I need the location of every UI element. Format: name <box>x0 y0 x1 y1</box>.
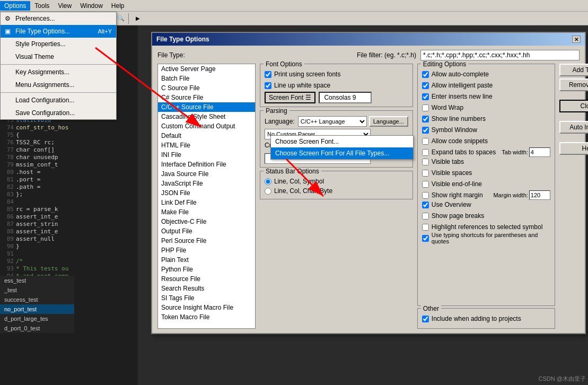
line-col-char-label: Line, Col, Char, Byte <box>274 187 332 195</box>
file-type-list-item[interactable]: PHP File <box>158 246 255 255</box>
menu-options[interactable]: Options <box>0 1 30 11</box>
visible-spaces-checkbox[interactable] <box>422 170 429 177</box>
include-when-adding-label: Include when adding to projects <box>432 315 521 322</box>
visible-end-of-line-label: Visible end-of-line <box>432 180 482 188</box>
menu-item-load-configuration[interactable]: Load Configuration... <box>1 94 116 107</box>
menu-item-menu-assignments[interactable]: Menu Assignments... <box>1 78 116 91</box>
tab-width-input[interactable] <box>529 147 550 157</box>
toolbar-search[interactable]: 🔍 <box>115 13 127 24</box>
editing-options-group: Editing Options Allow auto-complete Allo… <box>417 64 555 306</box>
file-type-list-item[interactable]: Plain Text <box>158 255 255 265</box>
include-when-adding-checkbox[interactable] <box>422 316 429 322</box>
show-right-margin-checkbox[interactable] <box>422 192 429 199</box>
allow-intelligent-paste-checkbox[interactable] <box>422 82 429 89</box>
menu-item-preferences[interactable]: ⚙ Preferences... <box>1 12 116 25</box>
file-type-list-item[interactable]: Perl Source File <box>158 236 255 246</box>
file-item[interactable]: d_port_0_test <box>0 323 74 333</box>
file-type-list-item[interactable]: Java Source File <box>158 169 255 179</box>
language-select[interactable]: C/C++ Language <box>298 116 367 127</box>
file-type-list-item[interactable]: C# Source File <box>158 93 255 102</box>
file-type-list-item[interactable]: Objective-C File <box>158 217 255 226</box>
show-line-numbers-checkbox[interactable] <box>422 116 429 122</box>
margin-width-input[interactable] <box>529 190 550 200</box>
choose-screen-font-item[interactable]: Choose Screen Font... <box>271 136 413 147</box>
menu-separator-1 <box>1 64 116 65</box>
use-overview-checkbox[interactable] <box>422 202 429 208</box>
choose-screen-font-all-item[interactable]: Choose Screen Font For All File Types... <box>271 147 413 159</box>
line-col-char-radio[interactable] <box>265 188 271 195</box>
enter-inserts-newline-checkbox[interactable] <box>422 93 429 100</box>
visible-spaces-label: Visible spaces <box>432 169 472 177</box>
menu-item-key-assignments[interactable]: Key Assignments... <box>1 66 116 78</box>
allow-autocomplete-checkbox[interactable] <box>422 71 429 78</box>
menu-tools[interactable]: Tools <box>30 1 54 11</box>
close-button[interactable]: Close <box>559 100 588 112</box>
lineup-whitespace-checkbox[interactable] <box>265 82 271 89</box>
file-type-list-item[interactable]: Cascading Style Sheet <box>158 112 255 121</box>
print-fonts-checkbox[interactable] <box>265 71 271 78</box>
file-type-list-item[interactable]: INI File <box>158 150 255 160</box>
highlight-refs-checkbox[interactable] <box>422 224 429 231</box>
remove-type-button[interactable]: Remove Type <box>559 78 588 91</box>
font-options-group: Font Options Print using screen fonts Li… <box>260 64 413 107</box>
file-type-list-item[interactable]: Make File <box>158 207 255 217</box>
allow-intelligent-paste-label: Allow intelligent paste <box>432 82 493 89</box>
file-type-list-item[interactable]: Token Macro File <box>158 312 255 322</box>
file-type-list-item[interactable]: Link Def File <box>158 198 255 207</box>
file-type-list-item[interactable]: JSON File <box>158 188 255 198</box>
file-type-list-item[interactable]: Custom Command Output <box>158 121 255 131</box>
symbol-window-checkbox[interactable] <box>422 127 429 134</box>
word-wrap-checkbox[interactable] <box>422 104 429 111</box>
file-type-list-item[interactable]: Python File <box>158 265 255 274</box>
expand-tabs-checkbox[interactable] <box>422 149 429 156</box>
file-filter-input[interactable] <box>420 50 580 60</box>
file-type-label: File Type: <box>157 51 185 59</box>
file-type-list-item[interactable]: Search Results <box>158 284 255 293</box>
file-type-list-item[interactable]: Resource File <box>158 274 255 284</box>
menu-help[interactable]: Help <box>107 1 129 11</box>
file-icon: ▣ <box>5 28 15 35</box>
show-page-breaks-checkbox[interactable] <box>422 213 429 220</box>
file-type-list-item[interactable]: JavaScript File <box>158 179 255 188</box>
screen-font-button[interactable]: Screen Font ☰ <box>265 92 315 103</box>
file-item-selected[interactable]: no_port_test <box>0 304 74 314</box>
menu-window[interactable]: Window <box>76 1 107 11</box>
menu-item-style-properties[interactable]: Style Properties... <box>1 38 116 50</box>
file-type-list-item[interactable]: SI Tags File <box>158 293 255 303</box>
file-type-list-item[interactable]: C Source File <box>158 83 255 93</box>
toolbar-build[interactable]: ▶ <box>132 13 144 24</box>
file-item[interactable]: success_test <box>0 295 74 304</box>
file-type-list-item[interactable]: Output File <box>158 226 255 236</box>
dialog-body: File Type: File filter: (eg. *.c;*.h) Ac… <box>152 46 585 333</box>
dialog-top-row: File Type: File filter: (eg. *.c;*.h) <box>157 50 580 60</box>
typing-shortcuts-checkbox[interactable] <box>422 235 429 242</box>
file-type-list-item[interactable]: Default <box>158 131 255 141</box>
screen-font-menu-icon: ☰ <box>305 94 311 101</box>
help-button[interactable]: Help <box>559 142 588 155</box>
file-type-list-item[interactable]: HTML File <box>158 141 255 150</box>
language-button[interactable]: Language... <box>369 116 408 127</box>
auto-indent-button[interactable]: Auto Indent... <box>559 121 588 134</box>
file-type-list-item[interactable]: Source Insight Macro File <box>158 303 255 312</box>
lineup-whitespace-label: Line up white space <box>274 82 330 89</box>
dialog-close-button[interactable]: ✕ <box>572 36 581 43</box>
add-type-button[interactable]: Add Type... <box>559 64 588 76</box>
file-type-list[interactable]: Active Server PageBatch FileC Source Fil… <box>157 64 256 329</box>
file-type-list-item[interactable]: C/C++ Source File <box>158 102 255 112</box>
menu-item-file-type-options[interactable]: ▣ File Type Options... Alt+Y <box>1 25 116 38</box>
other-label: Other <box>421 305 441 312</box>
menu-item-visual-theme[interactable]: Visual Theme <box>1 50 116 63</box>
file-item[interactable]: _test <box>0 285 74 295</box>
allow-code-snippets-checkbox[interactable] <box>422 138 429 145</box>
visible-tabs-checkbox[interactable] <box>422 159 429 165</box>
file-type-list-item[interactable]: Active Server Page <box>158 64 255 74</box>
file-type-list-item[interactable]: Batch File <box>158 74 255 83</box>
file-type-list-item[interactable]: Interface Definition File <box>158 160 255 169</box>
expand-tabs-label: Expand tabs to spaces <box>432 148 496 156</box>
menu-item-save-configuration[interactable]: Save Configuration... <box>1 107 116 119</box>
file-item[interactable]: d_port_large_tes <box>0 314 74 323</box>
visible-end-of-line-checkbox[interactable] <box>422 181 429 188</box>
line-col-symbol-radio[interactable] <box>265 178 271 185</box>
menu-view[interactable]: View <box>54 1 76 11</box>
file-item[interactable]: ess_test <box>0 276 74 285</box>
